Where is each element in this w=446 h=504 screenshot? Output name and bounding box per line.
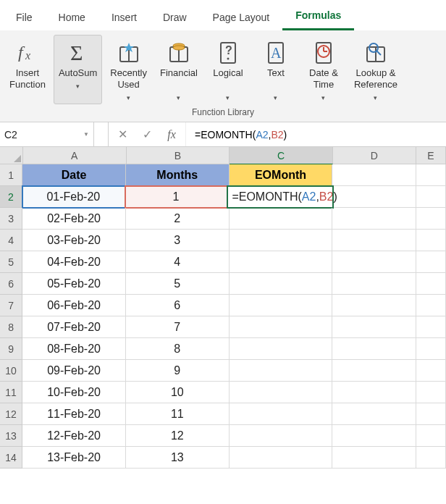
cell[interactable]	[416, 295, 446, 316]
cell[interactable]	[230, 403, 333, 425]
cell[interactable]	[230, 230, 333, 251]
cell[interactable]: 1	[125, 186, 228, 208]
select-all-corner[interactable]	[0, 147, 23, 164]
cell[interactable]	[332, 208, 416, 230]
cell[interactable]	[332, 230, 416, 251]
date-time-button[interactable]: Date & Time ▾	[301, 35, 346, 104]
cell[interactable]: 2	[126, 208, 230, 230]
cell[interactable]	[230, 382, 333, 403]
cell[interactable]: 3	[126, 230, 230, 251]
cell[interactable]	[332, 403, 416, 425]
cell[interactable]	[230, 447, 333, 469]
cell[interactable]: 11-Feb-20	[22, 403, 126, 425]
cell[interactable]: 13	[126, 447, 230, 469]
cell[interactable]	[333, 186, 416, 208]
row-header[interactable]: 11	[0, 382, 22, 403]
financial-button[interactable]: Financial▾	[155, 35, 203, 104]
cell[interactable]: 12	[126, 425, 230, 447]
cell[interactable]: 06-Feb-20	[22, 295, 126, 316]
cell[interactable]: 9	[126, 360, 230, 382]
row-header[interactable]: 2	[0, 186, 22, 208]
cell[interactable]: 05-Feb-20	[22, 273, 126, 295]
cell[interactable]: 09-Feb-20	[22, 360, 126, 382]
cell[interactable]	[416, 447, 446, 469]
cell[interactable]: EOMonth	[230, 164, 333, 186]
row-header[interactable]: 10	[0, 360, 22, 382]
cell[interactable]: 13-Feb-20	[22, 447, 126, 469]
cell[interactable]	[230, 338, 333, 360]
cell[interactable]: 12-Feb-20	[22, 425, 126, 447]
cell[interactable]: 6	[126, 295, 230, 316]
cell[interactable]	[230, 251, 333, 273]
tab-insert[interactable]: Insert	[98, 6, 150, 30]
cell[interactable]	[416, 425, 446, 447]
cell[interactable]: 4	[126, 251, 230, 273]
cell[interactable]	[416, 316, 446, 338]
tab-home[interactable]: Home	[46, 6, 98, 30]
cell[interactable]	[332, 164, 416, 186]
cancel-formula-button[interactable]: ✕	[110, 122, 135, 147]
cell[interactable]: 08-Feb-20	[22, 338, 126, 360]
row-header[interactable]: 9	[0, 338, 22, 360]
tab-page-layout[interactable]: Page Layout	[200, 6, 283, 30]
row-header[interactable]: 5	[0, 251, 22, 273]
row-header[interactable]: 7	[0, 295, 22, 316]
cell[interactable]	[416, 208, 446, 230]
cell[interactable]: 10	[126, 382, 230, 403]
enter-formula-button[interactable]: ✓	[135, 122, 159, 147]
text-button[interactable]: A Text▾	[253, 35, 298, 104]
cell[interactable]	[332, 382, 416, 403]
cell[interactable]	[416, 186, 446, 208]
cell[interactable]	[332, 360, 416, 382]
insert-function-button[interactable]: fx Insert Function	[4, 35, 51, 104]
cell[interactable]	[332, 251, 416, 273]
tab-formulas[interactable]: Formulas	[282, 4, 354, 30]
cell[interactable]	[416, 382, 446, 403]
cell[interactable]: 04-Feb-20	[22, 251, 126, 273]
col-header-c[interactable]: C	[230, 147, 333, 164]
cell[interactable]	[416, 360, 446, 382]
formula-input[interactable]: =EOMONTH(A2,B2)	[185, 122, 446, 146]
col-header-b[interactable]: B	[127, 147, 230, 164]
cell[interactable]	[416, 251, 446, 273]
tab-draw[interactable]: Draw	[150, 6, 200, 30]
cell[interactable]: Months	[126, 164, 230, 186]
cell[interactable]	[332, 316, 416, 338]
lookup-reference-button[interactable]: Lookup & Reference ▾	[349, 35, 403, 104]
col-header-e[interactable]: E	[416, 147, 446, 164]
cell[interactable]	[416, 403, 446, 425]
row-header[interactable]: 1	[0, 164, 22, 186]
cell[interactable]	[332, 295, 416, 316]
logical-button[interactable]: ? Logical▾	[206, 35, 251, 104]
cell[interactable]	[230, 360, 333, 382]
cell[interactable]	[230, 425, 333, 447]
cell[interactable]	[416, 230, 446, 251]
recently-used-button[interactable]: Recently Used▾	[105, 35, 152, 104]
cell[interactable]: 7	[126, 316, 230, 338]
row-header[interactable]: 3	[0, 208, 22, 230]
tab-file[interactable]: File	[3, 6, 46, 30]
col-header-d[interactable]: D	[333, 147, 416, 164]
cell[interactable]: 07-Feb-20	[22, 316, 126, 338]
name-box[interactable]: C2 ▼	[0, 122, 94, 146]
col-header-a[interactable]: A	[23, 147, 127, 164]
row-header[interactable]: 6	[0, 273, 22, 295]
cell[interactable]	[332, 425, 416, 447]
cell[interactable]	[230, 208, 333, 230]
cell[interactable]	[230, 316, 333, 338]
cell[interactable]: 5	[126, 273, 230, 295]
cell[interactable]	[230, 273, 333, 295]
cell[interactable]: 03-Feb-20	[22, 230, 126, 251]
row-header[interactable]: 4	[0, 230, 22, 251]
cell[interactable]	[416, 273, 446, 295]
cell[interactable]	[332, 273, 416, 295]
cell[interactable]	[332, 447, 416, 469]
row-header[interactable]: 12	[0, 403, 22, 425]
cell[interactable]: Date	[22, 164, 126, 186]
cell[interactable]: 11	[126, 403, 230, 425]
cell[interactable]: 01-Feb-20	[22, 186, 125, 208]
row-header[interactable]: 14	[0, 447, 22, 469]
cell[interactable]: 8	[126, 338, 230, 360]
cell[interactable]	[230, 295, 333, 316]
cell[interactable]	[416, 164, 446, 186]
